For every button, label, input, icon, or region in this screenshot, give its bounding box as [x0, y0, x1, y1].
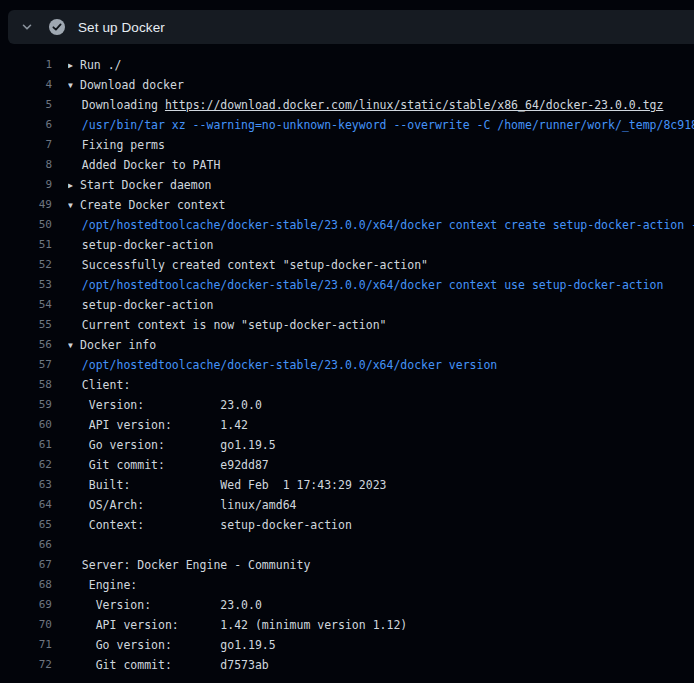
log-line-text: Added Docker to PATH: [68, 158, 220, 172]
log-line-text: Fixing perms: [68, 138, 165, 152]
line-number[interactable]: 4: [0, 75, 52, 95]
line-number[interactable]: 62: [0, 455, 52, 475]
log-text: setup-docker-action: [68, 295, 694, 315]
log-group-row[interactable]: 1▶Run ./: [0, 55, 694, 75]
log-line-text: Version: 23.0.0: [68, 398, 262, 412]
log-line-text: Context: setup-docker-action: [68, 518, 352, 532]
line-number[interactable]: 72: [0, 655, 52, 675]
group-expanded-icon[interactable]: ▼: [68, 196, 80, 215]
log-text: Git commit: e92dd87: [68, 455, 694, 475]
line-number[interactable]: 71: [0, 635, 52, 655]
log-text: Git commit: d7573ab: [68, 655, 694, 675]
line-number[interactable]: 52: [0, 255, 52, 275]
step-title: Set up Docker: [78, 20, 165, 35]
line-number[interactable]: 63: [0, 475, 52, 495]
log-line-text: /opt/hostedtoolcache/docker-stable/23.0.…: [68, 218, 694, 232]
log-line-row: 72 Git commit: d7573ab: [0, 655, 694, 675]
log-text: Fixing perms: [68, 135, 694, 155]
line-number[interactable]: 55: [0, 315, 52, 335]
log-line-row: 71 Go version: go1.19.5: [0, 635, 694, 655]
step-header-set-up-docker[interactable]: Set up Docker: [8, 10, 694, 44]
log-text: Context: setup-docker-action: [68, 515, 694, 535]
log-text: Current context is now "setup-docker-act…: [68, 315, 694, 335]
log-line-text: Downloading: [68, 98, 165, 112]
group-collapsed-icon[interactable]: ▶: [68, 56, 80, 75]
log-text: Engine:: [68, 575, 694, 595]
line-number[interactable]: 6: [0, 115, 52, 135]
log-line-text: Go version: go1.19.5: [68, 438, 276, 452]
log-line-row: 7 Fixing perms: [0, 135, 694, 155]
line-number[interactable]: 9: [0, 175, 52, 195]
line-number[interactable]: 59: [0, 395, 52, 415]
log-line-row: 70 API version: 1.42 (minimum version 1.…: [0, 615, 694, 635]
line-number[interactable]: 69: [0, 595, 52, 615]
log-line-row: 53 /opt/hostedtoolcache/docker-stable/23…: [0, 275, 694, 295]
log-line-text: /opt/hostedtoolcache/docker-stable/23.0.…: [68, 278, 663, 292]
download-url-link[interactable]: https://download.docker.com/linux/static…: [165, 98, 664, 112]
line-number[interactable]: 65: [0, 515, 52, 535]
log-text: Version: 23.0.0: [68, 395, 694, 415]
log-text: Successfully created context "setup-dock…: [68, 255, 694, 275]
log-line-row: 64 OS/Arch: linux/amd64: [0, 495, 694, 515]
log-command-text: /opt/hostedtoolcache/docker-stable/23.0.…: [68, 215, 694, 235]
log-group-row[interactable]: 9▶Start Docker daemon: [0, 175, 694, 195]
line-number[interactable]: 58: [0, 375, 52, 395]
log-text: Downloading https://download.docker.com/…: [68, 95, 694, 115]
log-text: OS/Arch: linux/amd64: [68, 495, 694, 515]
log-line-row: 58 Client:: [0, 375, 694, 395]
line-number[interactable]: 53: [0, 275, 52, 295]
log-group-content: ▶Start Docker daemon: [68, 175, 694, 195]
line-number[interactable]: 67: [0, 555, 52, 575]
log-line-row: 62 Git commit: e92dd87: [0, 455, 694, 475]
log-line-text: Version: 23.0.0: [68, 598, 262, 612]
log-line-text: Server: Docker Engine - Community: [68, 558, 310, 572]
group-label: Start Docker daemon: [80, 178, 212, 192]
line-number[interactable]: 49: [0, 195, 52, 215]
log-group-row[interactable]: 56▼Docker info: [0, 335, 694, 355]
line-number[interactable]: 60: [0, 415, 52, 435]
group-label: Create Docker context: [80, 198, 225, 212]
line-number[interactable]: 68: [0, 575, 52, 595]
log-text: Client:: [68, 375, 694, 395]
line-number[interactable]: 64: [0, 495, 52, 515]
log-line-text: Git commit: e92dd87: [68, 458, 269, 472]
log-text: Built: Wed Feb 1 17:43:29 2023: [68, 475, 694, 495]
line-number[interactable]: 1: [0, 55, 52, 75]
group-label: Run ./: [80, 58, 122, 72]
log-line-row: 6 /usr/bin/tar xz --warning=no-unknown-k…: [0, 115, 694, 135]
line-number[interactable]: 50: [0, 215, 52, 235]
log-line-text: Go version: go1.19.5: [68, 638, 276, 652]
line-number[interactable]: 57: [0, 355, 52, 375]
line-number[interactable]: 7: [0, 135, 52, 155]
log-group-content: ▼Create Docker context: [68, 195, 694, 215]
log-line-row: 8 Added Docker to PATH: [0, 155, 694, 175]
log-line-text: setup-docker-action: [68, 238, 213, 252]
chevron-down-icon[interactable]: [21, 21, 33, 33]
log-line-row: 67 Server: Docker Engine - Community: [0, 555, 694, 575]
line-number[interactable]: 5: [0, 95, 52, 115]
log-line-text: API version: 1.42 (minimum version 1.12): [68, 618, 407, 632]
log-text: API version: 1.42 (minimum version 1.12): [68, 615, 694, 635]
log-line-text: OS/Arch: linux/amd64: [68, 498, 296, 512]
line-number[interactable]: 51: [0, 235, 52, 255]
line-number[interactable]: 66: [0, 535, 52, 555]
log-line-row: 65 Context: setup-docker-action: [0, 515, 694, 535]
log-text: Go version: go1.19.5: [68, 435, 694, 455]
log-line-row: 60 API version: 1.42: [0, 415, 694, 435]
line-number[interactable]: 56: [0, 335, 52, 355]
log-group-row[interactable]: 4▼Download docker: [0, 75, 694, 95]
line-number[interactable]: 61: [0, 435, 52, 455]
log-group-content: ▼Download docker: [68, 75, 694, 95]
log-line-text: API version: 1.42: [68, 418, 248, 432]
group-expanded-icon[interactable]: ▼: [68, 336, 80, 355]
line-number[interactable]: 54: [0, 295, 52, 315]
group-expanded-icon[interactable]: ▼: [68, 76, 80, 95]
group-collapsed-icon[interactable]: ▶: [68, 176, 80, 195]
log-group-row[interactable]: 49▼Create Docker context: [0, 195, 694, 215]
line-number[interactable]: 8: [0, 155, 52, 175]
log-line-row: 50 /opt/hostedtoolcache/docker-stable/23…: [0, 215, 694, 235]
log-text: Go version: go1.19.5: [68, 635, 694, 655]
line-number[interactable]: 70: [0, 615, 52, 635]
log-group-content: ▶Run ./: [68, 55, 694, 75]
log-line-text: Built: Wed Feb 1 17:43:29 2023: [68, 478, 387, 492]
